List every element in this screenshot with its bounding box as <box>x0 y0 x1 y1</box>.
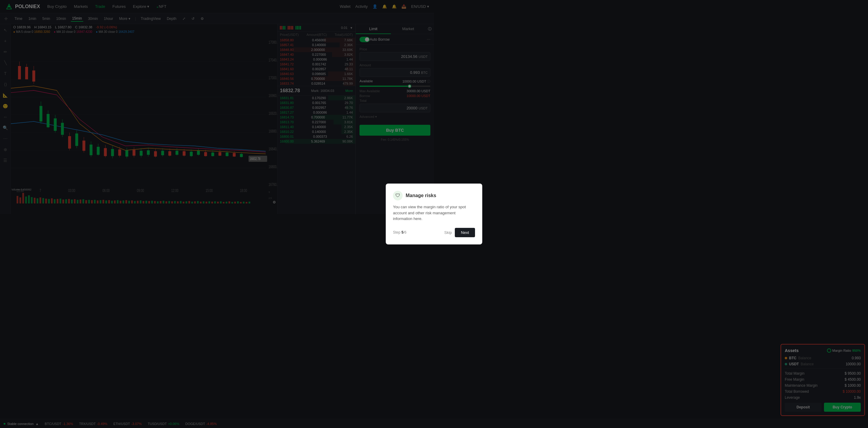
modal-title: Manage risks <box>406 193 434 198</box>
modal-header: 🛡 Manage risks <box>393 191 434 200</box>
modal-overlay: 🛡 Manage risks You can view the margin r… <box>0 0 434 214</box>
manage-risks-modal: 🛡 Manage risks You can view the margin r… <box>386 184 434 214</box>
modal-icon: 🛡 <box>393 191 403 200</box>
modal-body: You can view the margin ratio of your sp… <box>393 204 434 214</box>
shield-icon: 🛡 <box>395 193 400 198</box>
